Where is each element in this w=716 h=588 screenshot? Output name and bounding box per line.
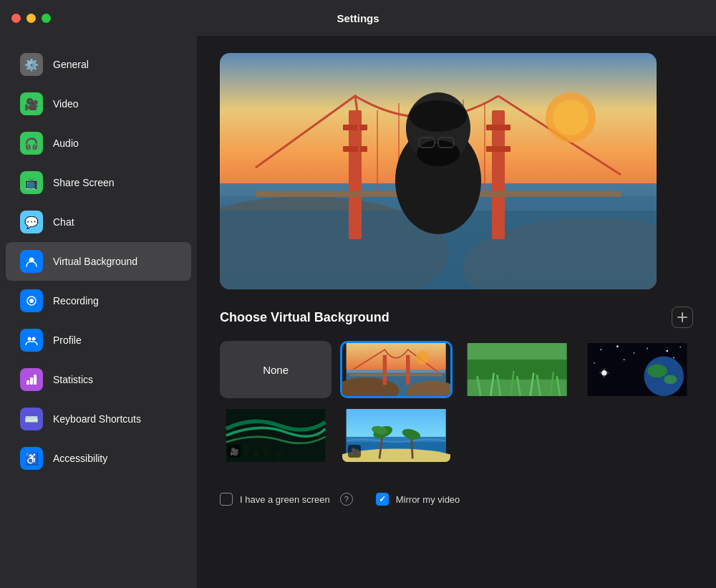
background-grass[interactable] xyxy=(461,341,573,398)
svg-point-27 xyxy=(410,100,467,132)
golden-gate-thumbnail xyxy=(342,343,450,396)
sidebar-item-accessibility[interactable]: ♿ Accessibility xyxy=(6,439,191,478)
content-area: Choose Virtual Background None xyxy=(197,36,716,588)
mirror-video-checkbox[interactable] xyxy=(376,493,389,506)
sidebar-item-share-screen[interactable]: 📺 Share Screen xyxy=(6,163,191,202)
svg-rect-17 xyxy=(486,146,511,152)
sidebar-label-profile: Profile xyxy=(53,334,82,346)
background-grid: None xyxy=(220,341,693,464)
svg-point-68 xyxy=(673,357,674,358)
bridge-svg xyxy=(220,53,657,289)
svg-rect-5 xyxy=(26,380,29,385)
svg-point-60 xyxy=(616,345,619,347)
general-icon: ⚙️ xyxy=(20,53,43,76)
close-button[interactable] xyxy=(11,14,21,23)
sidebar-item-keyboard-shortcuts[interactable]: ⌨️ Keyboard Shortcuts xyxy=(6,400,191,438)
background-none-label: None xyxy=(263,364,289,376)
sidebar-item-statistics[interactable]: Statistics xyxy=(6,360,191,399)
svg-point-66 xyxy=(623,359,624,360)
svg-rect-43 xyxy=(350,374,443,377)
svg-point-65 xyxy=(594,362,595,364)
background-none[interactable]: None xyxy=(220,341,332,398)
svg-rect-7 xyxy=(34,375,37,385)
sidebar-label-share-screen: Share Screen xyxy=(53,177,115,188)
profile-icon xyxy=(20,329,43,352)
window-title: Settings xyxy=(337,12,379,24)
sidebar: ⚙️ General 🎥 Video 🎧 Audio 📺 Share Scree… xyxy=(0,36,197,588)
minimize-button[interactable] xyxy=(26,14,36,23)
virtual-background-icon xyxy=(20,250,43,273)
beach-cam-overlay: 🎥 xyxy=(348,445,361,458)
mirror-video-option[interactable]: Mirror my video xyxy=(376,493,460,506)
sidebar-item-general[interactable]: ⚙️ General xyxy=(6,45,191,84)
video-preview xyxy=(220,53,657,289)
sidebar-label-audio: Audio xyxy=(53,138,79,149)
sidebar-item-chat[interactable]: 💬 Chat xyxy=(6,203,191,241)
statistics-icon xyxy=(20,368,43,391)
background-aurora[interactable]: 🎥 xyxy=(220,407,332,464)
svg-point-59 xyxy=(600,349,601,350)
svg-point-70 xyxy=(647,365,667,377)
sidebar-label-statistics: Statistics xyxy=(53,374,93,385)
background-space[interactable] xyxy=(581,341,693,398)
sidebar-label-keyboard-shortcuts: Keyboard Shortcuts xyxy=(53,413,141,425)
sidebar-item-virtual-background[interactable]: Virtual Background xyxy=(6,242,191,281)
svg-point-63 xyxy=(666,350,668,352)
sidebar-item-audio[interactable]: 🎧 Audio xyxy=(6,124,191,163)
svg-point-3 xyxy=(28,337,32,341)
svg-point-62 xyxy=(647,347,648,349)
svg-rect-46 xyxy=(467,343,566,360)
recording-icon xyxy=(20,289,43,312)
svg-point-71 xyxy=(664,375,677,384)
svg-point-4 xyxy=(32,337,36,341)
sidebar-label-chat: Chat xyxy=(53,216,74,228)
traffic-lights xyxy=(11,14,51,23)
background-golden-gate[interactable] xyxy=(340,341,452,398)
background-beach[interactable]: 🎥 xyxy=(340,407,452,464)
mirror-video-label: Mirror my video xyxy=(396,494,460,505)
chat-icon: 💬 xyxy=(20,211,43,233)
sidebar-item-video[interactable]: 🎥 Video xyxy=(6,85,191,123)
section-title-row: Choose Virtual Background xyxy=(220,307,693,328)
svg-rect-37 xyxy=(347,343,446,370)
space-thumbnail xyxy=(584,343,691,396)
svg-rect-82 xyxy=(347,409,446,439)
sidebar-label-video: Video xyxy=(53,98,79,110)
aurora-cam-icon: 🎥 xyxy=(228,445,241,458)
svg-rect-41 xyxy=(383,355,387,385)
audio-icon: 🎧 xyxy=(20,132,43,155)
main-layout: ⚙️ General 🎥 Video 🎧 Audio 📺 Share Scree… xyxy=(0,36,716,588)
svg-rect-42 xyxy=(406,355,410,385)
help-icon[interactable]: ? xyxy=(340,493,353,506)
svg-rect-6 xyxy=(30,377,33,385)
video-icon: 🎥 xyxy=(20,92,43,115)
svg-point-64 xyxy=(679,347,681,348)
green-screen-label: I have a green screen xyxy=(240,494,330,505)
sidebar-label-general: General xyxy=(53,59,89,70)
sidebar-item-profile[interactable]: Profile xyxy=(6,321,191,360)
svg-rect-15 xyxy=(343,146,367,152)
grass-thumbnail xyxy=(463,343,571,396)
beach-cam-icon: 🎥 xyxy=(348,445,361,458)
sidebar-item-recording[interactable]: Recording xyxy=(6,281,191,320)
keyboard-shortcuts-icon: ⌨️ xyxy=(20,408,43,430)
titlebar: Settings xyxy=(0,0,716,36)
sidebar-label-accessibility: Accessibility xyxy=(53,453,107,464)
maximize-button[interactable] xyxy=(42,14,51,23)
green-screen-option[interactable]: I have a green screen ? xyxy=(220,493,353,506)
section-title-text: Choose Virtual Background xyxy=(220,310,390,325)
svg-point-61 xyxy=(633,352,634,354)
bottom-options: I have a green screen ? Mirror my video xyxy=(220,484,693,506)
aurora-cam-overlay: 🎥 xyxy=(228,445,241,458)
sidebar-label-virtual-background: Virtual Background xyxy=(53,256,137,267)
svg-point-33 xyxy=(553,100,589,135)
green-screen-checkbox[interactable] xyxy=(220,493,233,506)
accessibility-icon: ♿ xyxy=(20,447,43,470)
add-background-button[interactable] xyxy=(672,307,693,328)
svg-point-69 xyxy=(644,357,684,397)
sidebar-label-recording: Recording xyxy=(53,295,99,307)
svg-rect-16 xyxy=(486,125,511,130)
share-screen-icon: 📺 xyxy=(20,171,43,194)
svg-point-44 xyxy=(416,351,430,365)
svg-point-2 xyxy=(29,299,34,303)
